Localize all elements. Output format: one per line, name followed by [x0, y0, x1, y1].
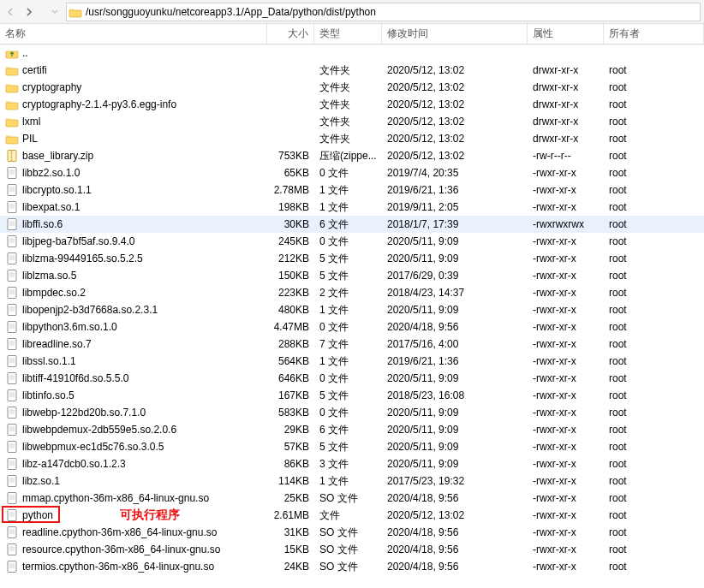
file-attributes: -rwxr-xr-x	[528, 389, 604, 401]
table-row[interactable]: cryptography-2.1.4-py3.6.egg-info文件夹2020…	[0, 96, 704, 113]
table-row[interactable]: certifi文件夹2020/5/12, 13:02drwxr-xr-xroot	[0, 62, 704, 79]
column-header-modified[interactable]: 修改时间	[382, 24, 528, 44]
file-name: liblzma.so.5	[22, 270, 267, 282]
file-modified: 2020/5/11, 9:09	[382, 304, 528, 316]
file-attributes: drwxr-xr-x	[528, 98, 604, 110]
table-row[interactable]: libexpat.so.1198KB1 文件2019/9/11, 2:05-rw…	[0, 199, 704, 216]
file-type: 6 文件	[314, 217, 382, 232]
file-size: 198KB	[267, 201, 314, 213]
file-modified: 2020/5/12, 13:02	[382, 64, 528, 76]
file-name: liblzma-99449165.so.5.2.5	[22, 252, 267, 264]
file-name: libz.so.1	[22, 475, 267, 487]
file-size: 223KB	[267, 287, 314, 299]
table-row[interactable]: libmpdec.so.2223KB2 文件2018/4/23, 14:37-r…	[0, 284, 704, 301]
column-header-attributes[interactable]: 属性	[528, 24, 604, 44]
table-row[interactable]: mmap.cpython-36m-x86_64-linux-gnu.so25KB…	[0, 490, 704, 507]
table-row[interactable]: libbz2.so.1.065KB0 文件2019/7/4, 20:35-rwx…	[0, 164, 704, 181]
file-modified: 2019/6/21, 1:36	[382, 355, 528, 367]
file-name: libbz2.so.1.0	[22, 167, 267, 179]
file-size: 86KB	[267, 458, 314, 470]
table-row[interactable]: ..	[0, 45, 704, 62]
file-modified: 2020/5/11, 9:09	[382, 458, 528, 470]
nav-dropdown-button[interactable]	[47, 4, 63, 20]
file-attributes: -rwxr-xr-x	[528, 424, 604, 436]
table-row[interactable]: libtinfo.so.5167KB5 文件2018/5/23, 16:08-r…	[0, 387, 704, 404]
file-modified: 2017/6/29, 0:39	[382, 270, 528, 282]
table-row[interactable]: libwebpdemux-2db559e5.so.2.0.629KB6 文件20…	[0, 421, 704, 438]
file-icon	[5, 508, 19, 522]
table-row[interactable]: libtiff-41910f6d.so.5.5.0646KB0 文件2020/5…	[0, 370, 704, 387]
file-owner: root	[604, 64, 704, 76]
file-modified: 2019/7/4, 20:35	[382, 167, 528, 179]
table-row[interactable]: libz.so.1114KB1 文件2017/5/23, 19:32-rwxr-…	[0, 472, 704, 490]
column-header-type[interactable]: 类型	[314, 24, 382, 44]
file-type: 5 文件	[314, 269, 382, 283]
column-header-owner[interactable]: 所有者	[604, 24, 704, 44]
file-owner: root	[604, 235, 704, 247]
file-modified: 2020/5/12, 13:02	[382, 81, 528, 93]
file-owner: root	[604, 270, 704, 282]
table-row[interactable]: resource.cpython-36m-x86_64-linux-gnu.so…	[0, 541, 704, 558]
file-name: libwebpmux-ec1d5c76.so.3.0.5	[22, 441, 267, 453]
column-header-name[interactable]: 名称	[0, 24, 267, 44]
file-modified: 2020/4/18, 9:56	[382, 543, 528, 555]
table-row[interactable]: libopenjp2-b3d7668a.so.2.3.1480KB1 文件202…	[0, 301, 704, 318]
table-row[interactable]: libcrypto.so.1.12.78MB1 文件2019/6/21, 1:3…	[0, 181, 704, 199]
file-size: 212KB	[267, 252, 314, 264]
file-attributes: drwxr-xr-x	[528, 81, 604, 93]
table-row[interactable]: python2.61MB文件2020/5/12, 13:02-rwxr-xr-x…	[0, 507, 704, 524]
nav-forward-button[interactable]	[21, 4, 36, 20]
file-icon	[5, 337, 19, 351]
file-type: SO 文件	[314, 526, 382, 540]
table-row[interactable]: base_library.zip753KB压缩(zippe...2020/5/1…	[0, 147, 704, 164]
table-row[interactable]: readline.cpython-36m-x86_64-linux-gnu.so…	[0, 524, 704, 541]
file-modified: 2020/4/18, 9:56	[382, 492, 528, 504]
file-icon	[5, 526, 19, 539]
file-icon	[5, 560, 19, 573]
file-size: 150KB	[267, 270, 314, 282]
table-row[interactable]: libjpeg-ba7bf5af.so.9.4.0245KB0 文件2020/5…	[0, 233, 704, 250]
file-icon	[5, 543, 19, 556]
table-row[interactable]: libz-a147dcb0.so.1.2.386KB3 文件2020/5/11,…	[0, 455, 704, 472]
file-modified: 2017/5/23, 19:32	[382, 475, 528, 487]
file-icon	[5, 354, 19, 368]
file-type: 0 文件	[314, 371, 382, 386]
file-owner: root	[604, 458, 704, 470]
table-row[interactable]: libssl.so.1.1564KB1 文件2019/6/21, 1:36-rw…	[0, 353, 704, 370]
file-type: 文件夹	[314, 132, 382, 146]
path-bar[interactable]: /usr/songguoyunku/netcoreapp3.1/App_Data…	[66, 3, 701, 21]
table-row[interactable]: liblzma.so.5150KB5 文件2017/6/29, 0:39-rwx…	[0, 267, 704, 284]
table-row[interactable]: libreadline.so.7288KB7 文件2017/5/16, 4:00…	[0, 336, 704, 353]
file-type: 0 文件	[314, 320, 382, 335]
file-icon	[5, 440, 19, 454]
file-type: 1 文件	[314, 354, 382, 369]
file-size: 564KB	[267, 355, 314, 367]
toolbar: /usr/songguoyunku/netcoreapp3.1/App_Data…	[0, 0, 704, 24]
table-row[interactable]: libwebpmux-ec1d5c76.so.3.0.557KB5 文件2020…	[0, 438, 704, 455]
table-row[interactable]: termios.cpython-36m-x86_64-linux-gnu.so2…	[0, 558, 704, 575]
file-type: 文件夹	[314, 98, 382, 112]
file-name: cryptography	[22, 81, 267, 93]
table-row[interactable]: libwebp-122bd20b.so.7.1.0583KB0 文件2020/5…	[0, 404, 704, 421]
nav-back-button[interactable]	[3, 4, 19, 20]
file-name: libcrypto.so.1.1	[22, 184, 267, 196]
file-modified: 2018/4/23, 14:37	[382, 287, 528, 299]
file-name: python	[22, 509, 267, 521]
file-type: 1 文件	[314, 183, 382, 198]
file-type: 0 文件	[314, 406, 382, 420]
table-row[interactable]: cryptography文件夹2020/5/12, 13:02drwxr-xr-…	[0, 79, 704, 96]
file-size: 65KB	[267, 167, 314, 179]
file-type: SO 文件	[314, 491, 382, 506]
file-owner: root	[604, 475, 704, 487]
folder-icon	[5, 63, 19, 77]
table-row[interactable]: libpython3.6m.so.1.04.47MB0 文件2020/4/18,…	[0, 318, 704, 336]
table-row[interactable]: libffi.so.630KB6 文件2018/1/7, 17:39-rwxrw…	[0, 216, 704, 233]
file-icon	[5, 269, 19, 282]
file-type: 文件夹	[314, 115, 382, 129]
table-row[interactable]: lxml文件夹2020/5/12, 13:02drwxr-xr-xroot	[0, 113, 704, 130]
file-owner: root	[604, 98, 704, 110]
file-attributes: -rwxr-xr-x	[528, 355, 604, 367]
table-row[interactable]: PIL文件夹2020/5/12, 13:02drwxr-xr-xroot	[0, 130, 704, 147]
table-row[interactable]: liblzma-99449165.so.5.2.5212KB5 文件2020/5…	[0, 250, 704, 267]
column-header-size[interactable]: 大小	[267, 24, 314, 44]
